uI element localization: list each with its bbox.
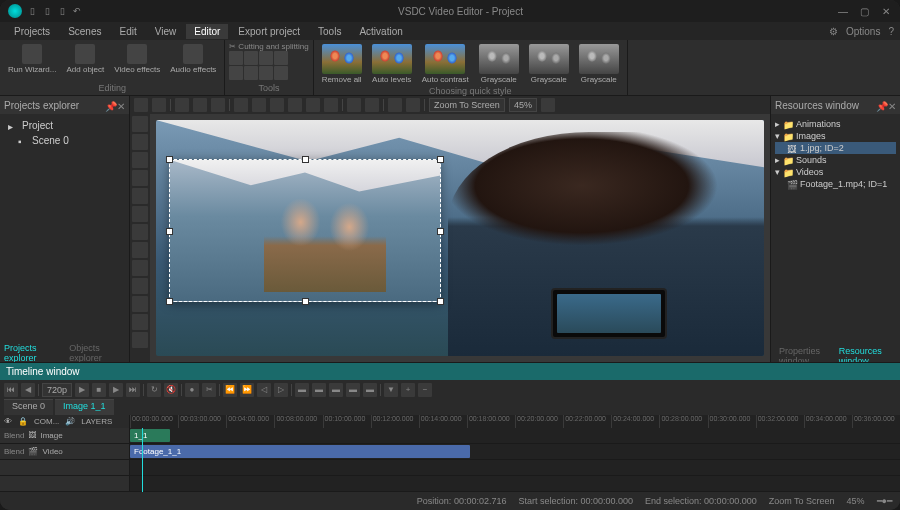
tool-5-icon[interactable] (229, 66, 243, 80)
qat-undo-icon[interactable]: ↶ (71, 5, 83, 17)
tb-zoom-slider-icon[interactable] (541, 98, 555, 112)
tool-8-icon[interactable] (274, 66, 288, 80)
res-video-1[interactable]: 🎬Footage_1.mp4; ID=1 (775, 178, 896, 190)
tl-align-5-icon[interactable]: ▬ (363, 383, 377, 397)
menu-activation[interactable]: Activation (351, 24, 410, 39)
lt-text-icon[interactable] (132, 134, 148, 150)
lt-sprite-icon[interactable] (132, 278, 148, 294)
tl-next-icon[interactable]: ▶ (109, 383, 123, 397)
res-sounds[interactable]: ▸📁Sounds (775, 154, 896, 166)
tool-1-icon[interactable] (229, 51, 243, 65)
tab-resources-window[interactable]: Resources window (839, 346, 892, 362)
tl-resolution-dropdown[interactable]: 720p (42, 383, 72, 397)
zoom-dropdown[interactable]: Zoom To Screen (429, 98, 505, 112)
tb-align-middle-icon[interactable] (306, 98, 320, 112)
tl-goto-end-icon[interactable]: ⏭ (126, 383, 140, 397)
style-auto-levels-button[interactable]: Auto levels (368, 42, 416, 86)
tb-rotate-icon[interactable] (388, 98, 402, 112)
qat-open-icon[interactable]: ▯ (41, 5, 53, 17)
tb-align-right-icon[interactable] (270, 98, 284, 112)
tree-scene-item[interactable]: ▪Scene 0 (4, 133, 125, 148)
overlay-image-clip[interactable] (169, 159, 442, 303)
res-animations[interactable]: ▸📁Animations (775, 118, 896, 130)
eye-icon[interactable]: 👁 (4, 417, 12, 426)
lt-video-icon[interactable] (132, 242, 148, 258)
lt-animation-icon[interactable] (132, 296, 148, 312)
res-image-1[interactable]: 🖼1.jpg; ID=2 (775, 142, 896, 154)
tl-align-1-icon[interactable]: ▬ (295, 383, 309, 397)
resize-handle-ml[interactable] (166, 228, 173, 235)
tl-stop-icon[interactable]: ■ (92, 383, 106, 397)
resize-handle-bm[interactable] (302, 298, 309, 305)
tool-7-icon[interactable] (259, 66, 273, 80)
menu-tools[interactable]: Tools (310, 24, 349, 39)
resize-handle-mr[interactable] (437, 228, 444, 235)
resize-handle-tl[interactable] (166, 156, 173, 163)
lt-rect-icon[interactable] (132, 152, 148, 168)
tl-tab-image1[interactable]: Image 1_1 (55, 399, 114, 414)
tb-crop-icon[interactable] (406, 98, 420, 112)
tb-flip-v-icon[interactable] (365, 98, 379, 112)
style-grayscale-1-button[interactable]: Grayscale (475, 42, 523, 86)
menu-scenes[interactable]: Scenes (60, 24, 109, 39)
tl-zoom-in-icon[interactable]: + (401, 383, 415, 397)
tool-3-icon[interactable] (259, 51, 273, 65)
lt-tooltip-icon[interactable] (132, 332, 148, 348)
tb-align-bottom-icon[interactable] (324, 98, 338, 112)
tb-move-icon[interactable] (152, 98, 166, 112)
style-grayscale-3-button[interactable]: Grayscale (575, 42, 623, 86)
menu-projects[interactable]: Projects (6, 24, 58, 39)
tl-frame-back-icon[interactable]: ◁ (257, 383, 271, 397)
pin-icon[interactable]: 📌 (105, 101, 113, 109)
tab-projects-explorer[interactable]: Projects explorer (4, 343, 61, 362)
video-effects-button[interactable]: Video effects (110, 42, 164, 76)
tl-align-4-icon[interactable]: ▬ (346, 383, 360, 397)
options-link[interactable]: Options (846, 26, 880, 37)
track-empty-1[interactable] (0, 460, 130, 475)
tl-loop-icon[interactable]: ↻ (147, 383, 161, 397)
zoom-value-dropdown[interactable]: 45% (509, 98, 537, 112)
help-icon[interactable]: ? (888, 26, 894, 37)
lt-audio-icon[interactable] (132, 260, 148, 276)
speaker-icon[interactable]: 🔊 (65, 417, 75, 426)
style-grayscale-2-button[interactable]: Grayscale (525, 42, 573, 86)
res-videos[interactable]: ▾📁Videos (775, 166, 896, 178)
minimize-button[interactable]: — (838, 6, 848, 16)
close-panel-icon[interactable]: ✕ (888, 101, 896, 109)
pin-icon[interactable]: 📌 (876, 101, 884, 109)
lt-line-icon[interactable] (132, 188, 148, 204)
tool-2-icon[interactable] (244, 51, 258, 65)
menu-editor[interactable]: Editor (186, 24, 228, 39)
tl-goto-start-icon[interactable]: ⏮ (4, 383, 18, 397)
preview-canvas[interactable] (150, 114, 770, 362)
tl-zoom-out-icon[interactable]: − (418, 383, 432, 397)
track-empty-2[interactable] (0, 476, 130, 491)
lt-image-icon[interactable] (132, 224, 148, 240)
tree-project-item[interactable]: ▸Project (4, 118, 125, 133)
add-object-button[interactable]: Add object (62, 42, 108, 76)
style-remove-all-button[interactable]: Remove all (318, 42, 366, 86)
resize-handle-br[interactable] (437, 298, 444, 305)
tl-rewind-icon[interactable]: ⏪ (223, 383, 237, 397)
tb-flip-h-icon[interactable] (347, 98, 361, 112)
close-button[interactable]: ✕ (882, 6, 892, 16)
tb-paste-icon[interactable] (211, 98, 225, 112)
tb-align-center-icon[interactable] (252, 98, 266, 112)
run-wizard-button[interactable]: Run Wizard... (4, 42, 60, 76)
close-panel-icon[interactable]: ✕ (117, 101, 125, 109)
tl-forward-icon[interactable]: ⏩ (240, 383, 254, 397)
res-images[interactable]: ▾📁Images (775, 130, 896, 142)
style-auto-contrast-button[interactable]: Auto contrast (418, 42, 473, 86)
tl-play-icon[interactable]: ▶ (75, 383, 89, 397)
clip-footage-1[interactable]: Footage_1_1 (130, 445, 470, 458)
lt-counter-icon[interactable] (132, 314, 148, 330)
track-2-header[interactable]: Blend 🎬 Video (0, 444, 130, 459)
tl-prev-icon[interactable]: ◀ (21, 383, 35, 397)
gear-icon[interactable]: ⚙ (829, 26, 838, 37)
tab-properties-window[interactable]: Properties window (779, 346, 831, 362)
zoom-slider[interactable]: ━●━ (877, 496, 892, 506)
tl-record-icon[interactable]: ● (185, 383, 199, 397)
resize-handle-tm[interactable] (302, 156, 309, 163)
tl-split-icon[interactable]: ✂ (202, 383, 216, 397)
tl-frame-fwd-icon[interactable]: ▷ (274, 383, 288, 397)
